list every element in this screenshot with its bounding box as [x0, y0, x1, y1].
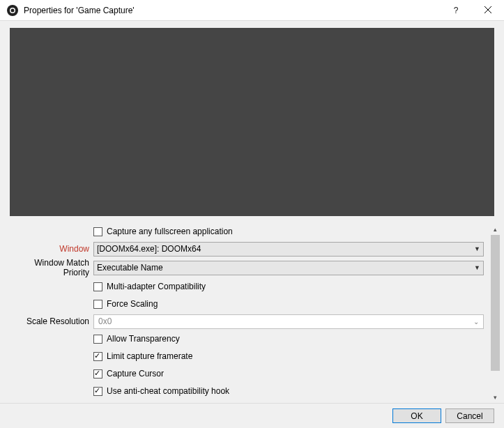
match-priority-value: Executable Name [97, 263, 471, 273]
anti-cheat-checkbox[interactable] [93, 387, 102, 396]
allow-transparency-label: Allow Transparency [107, 334, 180, 344]
chevron-down-icon: ⌄ [473, 318, 479, 326]
close-button[interactable] [472, 0, 504, 21]
caret-down-icon: ▼ [474, 245, 480, 252]
app-icon [7, 5, 18, 16]
ok-button[interactable]: OK [392, 408, 441, 423]
scroll-down-icon[interactable]: ▾ [489, 391, 501, 403]
cancel-button[interactable]: Cancel [445, 408, 494, 423]
close-icon [484, 6, 491, 15]
preview-area [10, 28, 494, 216]
multi-adapter-label: Multi-adapter Compatibility [107, 282, 206, 291]
scrollbar-track[interactable] [490, 235, 501, 391]
footer: OK Cancel [0, 403, 504, 428]
limit-framerate-checkbox[interactable] [93, 352, 102, 361]
ok-button-label: OK [411, 411, 422, 421]
help-button[interactable]: ? [440, 0, 472, 21]
svg-point-1 [11, 8, 15, 12]
help-icon: ? [454, 6, 459, 15]
scrollbar-thumb[interactable] [491, 235, 500, 371]
capture-fullscreen-label: Capture any fullscreen application [107, 227, 233, 236]
match-priority-label: Window Match Priority [10, 258, 93, 277]
scale-resolution-value: 0x0 [98, 316, 473, 326]
window-dropdown[interactable]: [DOOMx64.exe]: DOOMx64 ▼ [93, 242, 484, 257]
multi-adapter-checkbox[interactable] [93, 282, 102, 291]
scrollbar[interactable]: ▴ ▾ [489, 223, 501, 403]
scroll-up-icon[interactable]: ▴ [489, 223, 501, 235]
window-title: Properties for 'Game Capture' [24, 6, 135, 15]
limit-framerate-label: Limit capture framerate [107, 351, 192, 361]
titlebar: Properties for 'Game Capture' ? [0, 0, 504, 21]
cancel-button-label: Cancel [457, 411, 482, 421]
window-dropdown-value: [DOOMx64.exe]: DOOMx64 [97, 244, 471, 254]
force-scaling-label: Force Scaling [107, 299, 158, 309]
capture-fullscreen-checkbox[interactable] [93, 227, 102, 236]
allow-transparency-checkbox[interactable] [93, 335, 102, 344]
capture-cursor-checkbox[interactable] [93, 369, 102, 379]
anti-cheat-label: Use anti-cheat compatibility hook [107, 386, 229, 396]
capture-cursor-label: Capture Cursor [107, 369, 164, 379]
scale-resolution-label: Scale Resolution [10, 316, 93, 326]
force-scaling-checkbox[interactable] [93, 300, 102, 309]
caret-down-icon: ▼ [474, 264, 480, 271]
window-label: Window [10, 244, 93, 254]
scale-resolution-input[interactable]: 0x0 ⌄ [93, 314, 484, 329]
form-area: Capture any fullscreen application Windo… [0, 223, 489, 403]
match-priority-dropdown[interactable]: Executable Name ▼ [93, 261, 484, 275]
